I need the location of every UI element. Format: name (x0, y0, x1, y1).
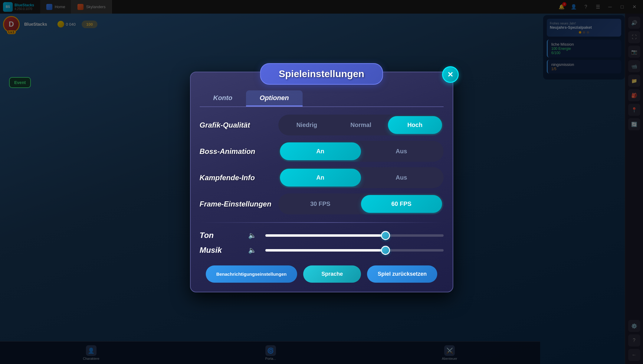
dialog-close-btn[interactable]: ✕ (442, 66, 459, 83)
dialog-title: Spieleinstellungen (279, 68, 364, 80)
frame-30[interactable]: 30 FPS (280, 195, 361, 213)
grafik-setting-row: Grafik-Qualität Niedrig Normal Hoch (200, 115, 444, 135)
settings-divider (200, 222, 444, 223)
musik-icon: 🔈 (248, 246, 256, 254)
tab-konto[interactable]: Konto (200, 90, 246, 106)
dialog-overlay: Spieleinstellungen ✕ Konto Optionen Graf… (0, 0, 643, 364)
kampfende-label: Kampfende-Info (200, 174, 272, 182)
ton-slider-container (265, 234, 444, 237)
kampfende-toggle: An Aus (278, 167, 444, 188)
language-btn[interactable]: Sprache (303, 265, 361, 283)
kampfende-aus[interactable]: Aus (361, 169, 442, 187)
boss-label: Boss-Animation (200, 147, 272, 156)
grafik-label: Grafik-Qualität (200, 121, 272, 129)
ton-slider-row: Ton 🔈 (200, 231, 444, 240)
musik-slider-track[interactable] (265, 249, 444, 252)
settings-content: Grafik-Qualität Niedrig Normal Hoch Boss… (200, 115, 444, 255)
tab-optionen[interactable]: Optionen (246, 90, 303, 106)
musik-slider-thumb[interactable] (381, 246, 390, 255)
settings-dialog: Spieleinstellungen ✕ Konto Optionen Graf… (190, 72, 453, 292)
grafik-toggle: Niedrig Normal Hoch (278, 115, 444, 135)
ton-slider-fill (265, 234, 387, 237)
ton-slider-track[interactable] (265, 234, 444, 237)
grafik-hoch[interactable]: Hoch (388, 116, 442, 134)
kampfende-an[interactable]: An (280, 169, 361, 187)
boss-toggle: An Aus (278, 141, 444, 162)
dialog-footer: Benachrichtigungseinstellungen Sprache S… (200, 265, 444, 283)
frame-label: Frame-Einstellungen (200, 200, 272, 208)
boss-aus[interactable]: Aus (361, 142, 442, 160)
ton-icon: 🔈 (248, 232, 256, 239)
frame-60[interactable]: 60 FPS (361, 195, 442, 213)
dialog-title-banner: Spieleinstellungen (260, 63, 383, 85)
ton-label: Ton (200, 231, 239, 240)
dialog-tabs: Konto Optionen (200, 90, 444, 107)
reset-game-btn[interactable]: Spiel zurücksetzen (367, 265, 437, 283)
musik-slider-fill (265, 249, 387, 252)
musik-label: Musik (200, 245, 239, 255)
notification-settings-btn[interactable]: Benachrichtigungseinstellungen (206, 265, 297, 283)
musik-slider-container (265, 249, 444, 252)
frame-setting-row: Frame-Einstellungen 30 FPS 60 FPS (200, 193, 444, 214)
boss-an[interactable]: An (280, 142, 361, 160)
frame-toggle: 30 FPS 60 FPS (278, 193, 444, 214)
musik-slider-row: Musik 🔈 (200, 245, 444, 255)
kampfende-setting-row: Kampfende-Info An Aus (200, 167, 444, 188)
boss-setting-row: Boss-Animation An Aus (200, 141, 444, 162)
grafik-niedrig[interactable]: Niedrig (280, 116, 334, 134)
ton-slider-thumb[interactable] (381, 231, 390, 240)
grafik-normal[interactable]: Normal (334, 116, 388, 134)
